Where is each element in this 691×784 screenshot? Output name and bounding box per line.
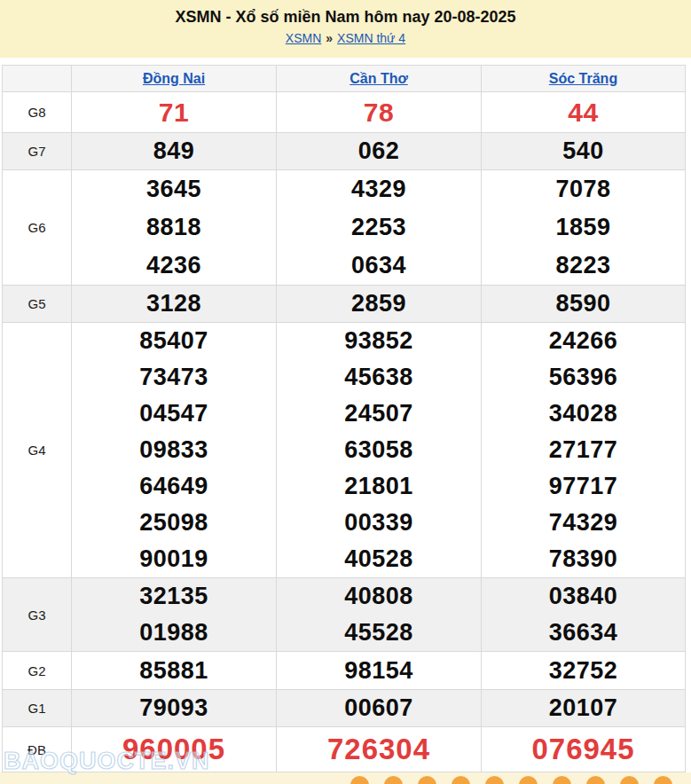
lotto-balls-row [350,776,672,784]
page-title: XSMN - Xổ số miền Nam hôm nay 20-08-2025 [0,8,691,27]
prize-number: 78390 [482,541,685,577]
prize-number: 3645 [72,170,276,208]
lotto-ball-icon [586,776,605,784]
prize-number: 540 [482,133,685,169]
column-header-soc-trang: Sóc Trăng [482,66,686,92]
prize-number: 45638 [277,359,481,396]
prize-cell-G1-col0: 79093 [72,690,277,727]
prize-label-G3: G3 [3,578,72,652]
prize-cell-G6-col0: 364588184236 [72,170,277,286]
province-link-can-tho[interactable]: Cần Thơ [349,71,408,86]
prize-number: 3128 [72,286,276,322]
lotto-ball-icon [519,776,538,784]
prize-label-G1: G1 [3,690,72,727]
results-tbody: G8717844G7849062540G63645881842364329225… [3,92,686,772]
lotto-ball-icon [654,776,672,784]
lotto-ball-icon [350,776,369,784]
corner-cell [3,66,72,92]
prize-number: 2253 [277,208,481,247]
prize-number: 73473 [72,359,276,396]
prize-number: 71 [72,92,276,132]
prize-number: 97717 [482,468,685,505]
prize-number: 32752 [482,652,685,689]
prize-cell-G3-col0: 3213501988 [72,578,277,652]
prize-number: 24266 [482,323,685,359]
prize-number: 960005 [72,727,276,772]
lotto-ball-icon [418,776,436,784]
prize-number: 34028 [482,396,685,432]
prize-number: 21801 [277,468,481,505]
lotto-ball-icon [620,776,639,784]
prize-cell-G2-col2: 32752 [482,652,686,690]
prize-number: 03840 [482,578,685,615]
prize-label-DB: ĐB [3,727,72,772]
prize-cell-G8-col1: 78 [277,92,482,133]
lottery-results-table: Đồng Nai Cần Thơ Sóc Trăng G8717844G7849… [2,65,686,772]
prize-number: 40528 [277,541,481,577]
prize-number: 8590 [482,286,685,322]
prize-row-G7: G7849062540 [3,133,686,170]
prize-number: 44 [482,92,685,132]
prize-number: 78 [277,92,481,132]
breadcrumb-link-xsmn-thu-4[interactable]: XSMN thứ 4 [337,31,405,45]
prize-row-G4: G485407734730454709833646492509890019938… [3,323,686,578]
prize-label-G7: G7 [3,133,72,170]
prize-cell-G7-col1: 062 [277,133,482,170]
prize-number: 85407 [72,323,276,359]
lotto-ball-icon [485,776,504,784]
prize-cell-G6-col1: 432922530634 [277,170,482,286]
prize-number: 40808 [277,578,481,615]
prize-number: 4329 [277,170,481,208]
prize-row-G3: G3321350198840808455280384036634 [3,578,686,652]
prize-cell-G7-col0: 849 [72,133,277,170]
lotto-ball-icon [384,776,403,784]
prize-cell-DB-col1: 726304 [277,727,482,772]
lotto-ball-icon [553,776,571,784]
prize-number: 7078 [482,170,685,208]
prize-cell-G6-col2: 707818598223 [482,170,686,286]
prize-number: 64649 [72,468,276,505]
prize-number: 27177 [482,432,685,468]
prize-label-G6: G6 [3,170,72,286]
prize-cell-G5-col2: 8590 [482,286,686,323]
prize-cell-G5-col0: 3128 [72,286,277,323]
prize-number: 74329 [482,505,685,541]
prize-number: 4236 [72,247,276,285]
prize-number: 98154 [277,652,481,689]
prize-number: 01988 [72,615,276,651]
column-header-row: Đồng Nai Cần Thơ Sóc Trăng [3,66,686,92]
prize-cell-G1-col1: 00607 [277,690,482,727]
prize-number: 90019 [72,541,276,577]
prize-number: 45528 [277,615,481,651]
prize-cell-G8-col0: 71 [72,92,277,133]
prize-cell-DB-col0: 960005 [72,727,277,772]
breadcrumb: XSMN»XSMN thứ 4 [0,31,691,45]
prize-number: 85881 [72,652,276,689]
province-link-dong-nai[interactable]: Đồng Nai [143,71,205,86]
breadcrumb-link-xsmn[interactable]: XSMN [286,31,321,45]
province-link-soc-trang[interactable]: Sóc Trăng [549,71,617,86]
prize-number: 062 [277,133,481,169]
prize-cell-G8-col2: 44 [482,92,686,133]
prize-row-G8: G8717844 [3,92,686,133]
prize-cell-G3-col1: 4080845528 [277,578,482,652]
prize-number: 00607 [277,690,481,726]
prize-number: 849 [72,133,276,169]
prize-cell-G3-col2: 0384036634 [482,578,686,652]
prize-cell-G4-col1: 93852456382450763058218010033940528 [277,323,482,578]
prize-row-G2: G2858819815432752 [3,652,686,690]
next-section-strip [0,772,691,784]
column-header-can-tho: Cần Thơ [277,66,482,92]
page-header: XSMN - Xổ số miền Nam hôm nay 20-08-2025… [0,0,691,58]
prize-number: 00339 [277,505,481,541]
prize-number: 8223 [482,247,685,285]
prize-number: 04547 [72,396,276,432]
prize-cell-G7-col2: 540 [482,133,686,170]
column-header-dong-nai: Đồng Nai [72,66,277,92]
prize-number: 2859 [277,286,481,322]
prize-number: 8818 [72,208,276,247]
prize-number: 726304 [277,727,481,772]
prize-row-G1: G1790930060720107 [3,690,686,727]
prize-cell-G4-col0: 85407734730454709833646492509890019 [72,323,277,578]
prize-cell-G4-col2: 24266563963402827177977177432978390 [482,323,686,578]
